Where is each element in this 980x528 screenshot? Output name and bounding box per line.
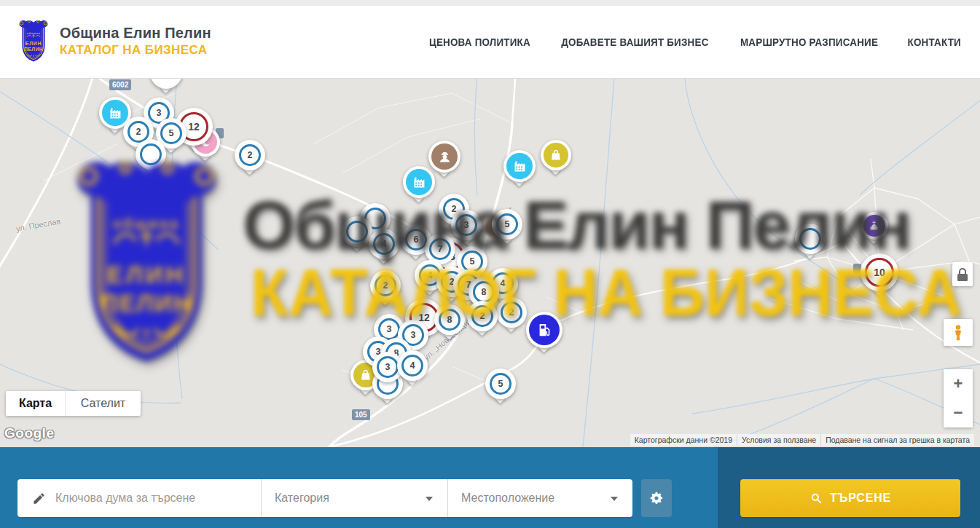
church-icon [863,215,885,237]
scroll-lock-indicator[interactable] [952,262,973,286]
factory-icon [406,169,432,195]
site-logo[interactable]: Община Елин Пелин КАТАЛОГ НА БИЗНЕСА [16,19,211,63]
cluster-marker[interactable]: 2 [467,301,498,331]
cluster-count: 2 [501,302,522,323]
gear-icon [648,490,665,506]
map-type-control: Карта Сателит [6,391,141,416]
none [153,79,179,86]
cluster-count: 4 [401,355,423,377]
search-button-label: ТЪРСЕНЕ [830,492,891,505]
google-map[interactable]: 6002105ул. Преславбул. „Новоселци“ци“ 32… [0,79,980,447]
cluster-marker[interactable] [136,139,166,170]
search-icon [810,492,823,505]
category-pin-bag[interactable] [541,140,571,170]
cluster-count: 5 [160,122,182,144]
pegman-control[interactable] [944,319,973,346]
cluster-marker[interactable] [795,224,826,254]
category-pin-factory[interactable] [503,150,536,182]
category-pin-worker[interactable] [428,141,460,173]
cluster-marker[interactable]: 8 [434,304,465,335]
nav-item-pricing[interactable]: ЦЕНОВА ПОЛИТИКА [429,36,530,48]
category-select-value: Категория [262,492,329,505]
chevron-down-icon [426,497,433,501]
cluster-count: 4 [373,233,395,255]
zoom-control: + − [944,369,973,427]
cluster-count: 8 [439,309,460,331]
cluster-marker[interactable]: 4 [397,350,428,381]
cluster-marker[interactable]: 2 [370,270,401,301]
cluster-marker[interactable] [342,216,372,247]
cluster-count: 2 [375,275,396,296]
location-select-value: Местоположение [448,492,554,505]
worker-icon [431,143,458,170]
nav-item-route-schedule[interactable]: МАРШРУТНО РАЗПИСАНИЕ [740,36,878,48]
site-title: Община Елин Пелин [60,25,211,42]
factory-icon [506,153,533,179]
search-fields: Категория Местоположение [17,479,632,517]
google-logo[interactable]: Google [4,425,54,441]
cluster-count: 7 [429,238,451,260]
advanced-settings-button[interactable] [641,479,672,517]
zoom-in-button[interactable]: + [944,369,973,398]
cluster-count [140,143,162,165]
search-button[interactable]: ТЪРСЕНЕ [740,479,960,517]
top-strip [0,0,980,6]
main-nav: ЦЕНОВА ПОЛИТИКА ДОБАВЕТЕ ВАШИЯТ БИЗНЕС М… [427,6,962,79]
category-pin-fuel[interactable] [526,312,562,348]
site-subtitle: КАТАЛОГ НА БИЗНЕСА [60,43,211,58]
cluster-count: 2 [471,305,493,327]
map-type-map-button[interactable]: Карта [6,391,66,416]
cluster-count: 3 [377,356,399,378]
site-header: Община Елин Пелин КАТАЛОГ НА БИЗНЕСА ЦЕН… [0,6,980,79]
cluster-count: 3 [455,214,477,236]
cluster-count [799,228,821,250]
zoom-out-button[interactable]: − [944,398,973,427]
cluster-count: 5 [490,373,511,395]
cluster-marker[interactable]: 5 [492,209,522,240]
fuel-icon [529,315,560,345]
pegman-icon [949,323,968,342]
map-type-satellite-button[interactable]: Сателит [66,391,141,416]
cluster-count: 10 [865,258,894,287]
cluster-count: 2 [239,144,261,166]
map-attribution: Картографски данни ©2019 Условия за полз… [630,434,974,446]
search-bar: Категория Местоположение ТЪРСЕНЕ [0,447,980,528]
nav-item-contacts[interactable]: КОНТАКТИ [907,36,960,48]
attribution-copyright: Картографски данни ©2019 [630,434,737,446]
cluster-count [346,221,368,243]
cluster-marker[interactable]: 2 [235,140,265,170]
pencil-icon [32,492,46,505]
category-select[interactable]: Категория [261,479,447,517]
cluster-marker[interactable]: 5 [485,369,516,399]
cluster-count: 6 [405,229,427,251]
nav-item-add-business[interactable]: ДОБАВЕТЕ ВАШИЯТ БИЗНЕС [561,36,708,48]
map-markers-layer: 32125225364137542274822128333834510 [0,79,980,447]
attribution-report-link[interactable]: Подаване на сигнал за грешка в картата [820,434,974,446]
category-pin-factory[interactable] [403,166,435,198]
keyword-field[interactable] [17,479,261,517]
cluster-marker[interactable]: 10 [861,253,898,291]
cluster-count: 5 [496,213,518,235]
municipality-emblem-icon [16,19,51,63]
cluster-marker[interactable]: 3 [451,210,482,240]
cluster-marker[interactable]: 4 [369,229,399,259]
chevron-down-icon [611,497,618,501]
attribution-terms-link[interactable]: Условия за ползване [737,434,820,446]
cluster-count: 8 [473,281,495,303]
factory-icon [102,100,128,126]
bag-icon [544,143,568,168]
category-pin-none[interactable] [150,79,182,89]
keyword-input[interactable] [55,492,261,505]
location-select[interactable]: Местоположение [447,479,632,517]
lock-icon [959,268,966,274]
category-pin-church[interactable] [861,212,888,240]
cluster-marker[interactable]: 2 [496,297,527,328]
